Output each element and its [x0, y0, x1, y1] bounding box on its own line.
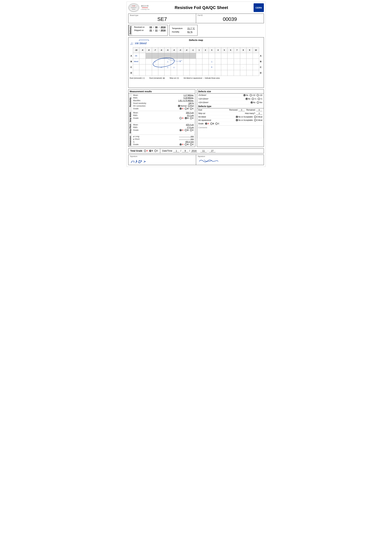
ds1-no-option[interactable]: No — [243, 94, 248, 96]
ds1-no-radio[interactable] — [243, 94, 245, 96]
ds2-no-option[interactable]: No — [245, 98, 251, 100]
defects-grade-label: Grade — [198, 123, 203, 125]
ds1-gt10-radio[interactable] — [257, 94, 259, 96]
defects-type-title: Defects type — [197, 104, 264, 108]
hv-normal-radio[interactable] — [178, 105, 180, 107]
sp-rms-row: RMS: 17.6 um — [133, 126, 194, 129]
hv-bad-radio[interactable] — [188, 105, 190, 107]
sw-grade-a-radio[interactable] — [180, 117, 182, 119]
def-grade-c-option[interactable]: C — [215, 123, 219, 125]
sw-rms-value: 21.1 um — [187, 114, 194, 117]
tg-c-radio[interactable] — [154, 150, 157, 152]
def-grade-b-radio[interactable] — [210, 123, 212, 125]
dim-grade-a-option[interactable]: A — [180, 143, 183, 145]
defects-size-row1-radio: No <10 >10 — [243, 94, 262, 96]
sw-grade-b-option[interactable]: B — [185, 117, 189, 119]
ds3-yes-radio[interactable] — [257, 101, 259, 104]
tg-a-option[interactable]: A — [144, 150, 148, 152]
dim-phi-long-row: φ Long: mm — [133, 135, 194, 138]
ink-bleed-no-radio[interactable] — [236, 116, 238, 118]
tg-c-option[interactable]: C — [154, 150, 158, 152]
col-4: 4 — [215, 47, 221, 53]
resistivity-grade-a-radio[interactable] — [180, 108, 182, 110]
sp-grade-label: Grade: — [133, 129, 139, 131]
def-grade-b-option[interactable]: B — [210, 123, 214, 125]
signature-row: Signature ハトひ ＞ Signature — [128, 155, 264, 165]
col-neg8: -8 — [146, 47, 152, 53]
sig1-svg: ハトひ ＞ — [130, 158, 159, 164]
dim-grade-b-radio[interactable] — [185, 143, 187, 145]
col-neg3: -3 — [177, 47, 183, 53]
strip-pitch-fields: Mean: 425.4 um RMS: 17.6 um Grade: A — [132, 123, 195, 134]
dim-eta-row: η: 450.4 mm — [133, 141, 194, 143]
dim-grade-c-radio[interactable] — [190, 143, 192, 145]
ink-sq-critical-radio[interactable] — [254, 119, 256, 121]
col-neg5: -5 — [164, 47, 171, 53]
def-grade-c-radio[interactable] — [215, 123, 217, 125]
def-grade-a-radio[interactable] — [205, 123, 207, 125]
measurement-box: Measurement results Resistivity Mean: 1.… — [128, 89, 195, 147]
shipped-row: Shipped on 21 / 11 / 2016 — [134, 29, 166, 32]
col-neg1: -1 — [190, 47, 196, 53]
page: KOBE UNIVERSITY Science 東京大学 The Univers… — [126, 2, 266, 167]
sw-grade-c-radio[interactable] — [190, 117, 192, 119]
ds1-lt10-radio[interactable] — [250, 94, 252, 96]
resistivity-grade-b-option[interactable]: B — [185, 108, 189, 110]
sp-grade-a-radio[interactable] — [180, 129, 182, 131]
def-grade-a-option[interactable]: A — [205, 123, 209, 125]
sw-grade-b-radio[interactable] — [185, 117, 187, 119]
resistivity-grade-c-radio[interactable] — [190, 108, 192, 110]
ink-sq-no-radio[interactable] — [236, 119, 238, 121]
ds1-gt10-option[interactable]: >10 — [257, 94, 262, 96]
sw-grade-a-option[interactable]: A — [180, 117, 183, 119]
ds3-yes-option[interactable]: Yes — [257, 101, 262, 104]
strip-pitch-group: Strip Pitch Mean: 425.4 um RMS: 17.6 um … — [128, 123, 195, 135]
defects-grid-table: -10 -9 -8 -7 -6 -5 -4 -3 -2 -1 1 2 3 4 5… — [130, 47, 262, 76]
ink-bleed-no-option[interactable]: No or Acceptable — [236, 116, 253, 118]
sp-grade-c-radio[interactable] — [190, 129, 192, 131]
header: KOBE UNIVERSITY Science 東京大学 The Univers… — [128, 3, 264, 12]
ink-sq-no-option[interactable]: No or Acceptable — [236, 119, 253, 121]
dim-grade-c-option[interactable]: C — [190, 143, 194, 145]
foil-id-label: Foil ID — [198, 14, 262, 16]
resistivity-hv-label: HV connection: — [133, 105, 146, 107]
ink-bleed-critical-option[interactable]: Critical — [254, 116, 262, 118]
ink-bleed-critical-radio[interactable] — [254, 116, 256, 118]
ds3-no-option[interactable]: No — [251, 101, 255, 104]
resistivity-grade-a-option[interactable]: A — [180, 108, 183, 110]
ds3-no-radio[interactable] — [251, 101, 253, 104]
dim-grade-b-option[interactable]: B — [185, 143, 189, 145]
ink-sq-critical-option[interactable]: Critical — [254, 119, 262, 121]
col-1: 1 — [196, 47, 202, 53]
col-10: 10 — [253, 47, 259, 53]
resistivity-mean-row: Mean: 1.17 MΩ/sq. — [133, 94, 194, 96]
delivery-box: Delivery Received on 03 / 06 / 2016 Ship… — [128, 25, 168, 36]
ds2-gt1-option[interactable]: >1 — [258, 98, 262, 100]
temperature-row: Temperature 21.7 °C — [172, 27, 195, 30]
defects-map-container: -10 -9 -8 -7 -6 -5 -4 -3 -2 -1 1 2 3 4 5… — [130, 47, 262, 76]
ds2-no-radio[interactable] — [245, 98, 248, 100]
tg-a-radio[interactable] — [144, 150, 146, 152]
hv-bad-option[interactable]: Bad — [188, 105, 194, 107]
sp-grade-c-option[interactable]: C — [190, 129, 194, 131]
resistivity-grade-b-radio[interactable] — [185, 108, 187, 110]
svg-text:ハトひ ＞: ハトひ ＞ — [131, 159, 146, 163]
resistivity-fields: Mean: 1.17 MΩ/sq. RMS: 0.18 MΩ/sq. Max/M… — [132, 93, 195, 111]
hv-normal-option[interactable]: Normal — [178, 105, 187, 107]
tg-b-option[interactable]: B — [149, 150, 153, 152]
resistivity-label: Resistivity — [128, 93, 132, 111]
dim-eta-value: 450.4 mm — [185, 141, 194, 143]
tg-b-radio[interactable] — [149, 150, 151, 152]
ds2-lt1-radio[interactable] — [252, 98, 254, 100]
delivery-fields: Received on 03 / 06 / 2016 Shipped on 21… — [132, 25, 168, 35]
dim-grade-a-radio[interactable] — [180, 143, 182, 145]
col-neg4: -4 — [171, 47, 177, 53]
sw-grade-c-option[interactable]: C — [190, 117, 194, 119]
resistivity-grade-c-option[interactable]: C — [190, 108, 194, 110]
sp-grade-b-option[interactable]: B — [185, 129, 189, 131]
sp-grade-a-option[interactable]: A — [180, 129, 183, 131]
ds2-lt1-option[interactable]: <1 — [252, 98, 256, 100]
ds2-gt1-radio[interactable] — [258, 98, 260, 100]
ds1-lt10-option[interactable]: <10 — [250, 94, 255, 96]
sp-grade-b-radio[interactable] — [185, 129, 187, 131]
